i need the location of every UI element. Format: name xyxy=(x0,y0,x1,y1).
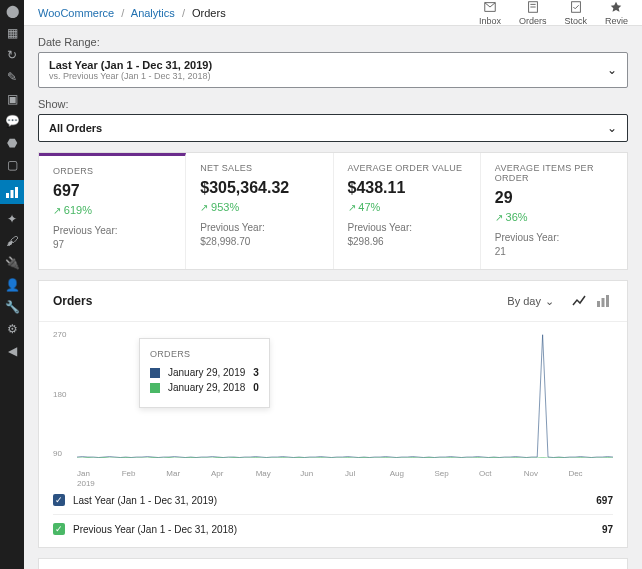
stat-delta: 47% xyxy=(348,201,466,213)
x-axis-year: 2019 xyxy=(77,479,95,488)
stat-value: $438.11 xyxy=(348,179,466,197)
chart-title: Orders xyxy=(53,294,92,308)
stat-delta: 36% xyxy=(495,211,613,223)
chevron-down-icon: ⌄ xyxy=(545,295,554,308)
woo-icon[interactable]: ⬣ xyxy=(5,136,19,150)
admin-sidebar: ⬤ ▦ ↻ ✎ ▣ 💬 ⬣ ▢ ✦ 🖌 🔌 👤 🔧 ⚙ ◀ xyxy=(0,0,24,569)
chevron-down-icon: ⌄ xyxy=(607,63,617,77)
stat-delta: 953% xyxy=(200,201,318,213)
stat-prev-year: Previous Year:21 xyxy=(495,231,613,259)
stat-orders[interactable]: ORDERS 697 619% Previous Year:97 xyxy=(39,153,186,269)
svg-rect-7 xyxy=(597,301,600,307)
show-label: Show: xyxy=(38,98,628,110)
svg-rect-8 xyxy=(602,298,605,307)
stat-prev-year: Previous Year:97 xyxy=(53,224,171,252)
appearance-icon[interactable]: 🖌 xyxy=(5,234,19,248)
analytics-icon[interactable] xyxy=(0,180,24,204)
crumb-analytics[interactable]: Analytics xyxy=(131,7,175,19)
plugins-icon[interactable]: 🔌 xyxy=(5,256,19,270)
topbar-inbox[interactable]: Inbox xyxy=(479,0,501,26)
stat-value: $305,364.32 xyxy=(200,179,318,197)
interval-select[interactable]: By day ⌄ xyxy=(502,292,559,311)
legend-checkbox[interactable]: ✓ xyxy=(53,523,65,535)
settings-icon[interactable]: ⚙ xyxy=(5,322,19,336)
stats-cards: ORDERS 697 619% Previous Year:97NET SALE… xyxy=(38,152,628,270)
line-chart-toggle[interactable] xyxy=(569,291,589,311)
stat-label: AVERAGE ITEMS PER ORDER xyxy=(495,163,613,183)
stat-aipo[interactable]: AVERAGE ITEMS PER ORDER 29 36% Previous … xyxy=(481,153,627,269)
chart-body[interactable]: 27018090 JanFebMarAprMayJunJulAugSepOctN… xyxy=(39,322,627,482)
stat-prev-year: Previous Year:$28,998.70 xyxy=(200,221,318,249)
svg-rect-2 xyxy=(15,187,18,198)
orders-table-card: Orders ☁Download ⋮ Date▾Order #StatusCus… xyxy=(38,558,628,569)
stat-value: 29 xyxy=(495,189,613,207)
chevron-down-icon: ⌄ xyxy=(607,121,617,135)
legend-swatch xyxy=(150,383,160,393)
bar-chart-toggle[interactable] xyxy=(593,291,613,311)
breadcrumb: WooCommerce / Analytics / Orders xyxy=(38,7,479,19)
topbar: WooCommerce / Analytics / Orders Inbox O… xyxy=(24,0,642,26)
stat-aov[interactable]: AVERAGE ORDER VALUE $438.11 47% Previous… xyxy=(334,153,481,269)
topbar-reviews[interactable]: Revie xyxy=(605,0,628,26)
topbar-stock[interactable]: Stock xyxy=(564,0,587,26)
crumb-root[interactable]: WooCommerce xyxy=(38,7,114,19)
stat-netsales[interactable]: NET SALES $305,364.32 953% Previous Year… xyxy=(186,153,333,269)
crumb-leaf: Orders xyxy=(192,7,226,19)
marketing-icon[interactable]: ✦ xyxy=(5,212,19,226)
legend-row[interactable]: ✓Last Year (Jan 1 - Dec 31, 2019)697 xyxy=(53,490,613,515)
show-select[interactable]: All Orders ⌄ xyxy=(38,114,628,142)
tools-icon[interactable]: 🔧 xyxy=(5,300,19,314)
wp-icon[interactable]: ⬤ xyxy=(5,4,19,18)
legend-row[interactable]: ✓Previous Year (Jan 1 - Dec 31, 2018)97 xyxy=(53,519,613,539)
legend-swatch xyxy=(150,368,160,378)
stat-label: AVERAGE ORDER VALUE xyxy=(348,163,466,173)
svg-rect-0 xyxy=(6,193,9,198)
posts-icon[interactable]: ✎ xyxy=(5,70,19,84)
topbar-orders[interactable]: Orders xyxy=(519,0,547,26)
comments-icon[interactable]: 💬 xyxy=(5,114,19,128)
chart-card: Orders By day ⌄ 27018090 JanFebMarAprMay… xyxy=(38,280,628,548)
svg-rect-1 xyxy=(11,190,14,198)
stat-value: 697 xyxy=(53,182,171,200)
svg-rect-6 xyxy=(571,1,580,12)
products-icon[interactable]: ▢ xyxy=(5,158,19,172)
date-range-select[interactable]: Last Year (Jan 1 - Dec 31, 2019) vs. Pre… xyxy=(38,52,628,88)
svg-rect-9 xyxy=(606,295,609,307)
stat-delta: 619% xyxy=(53,204,171,216)
updates-icon[interactable]: ↻ xyxy=(5,48,19,62)
chart-legend: ✓Last Year (Jan 1 - Dec 31, 2019)697✓Pre… xyxy=(39,482,627,547)
stat-label: NET SALES xyxy=(200,163,318,173)
date-range-label: Date Range: xyxy=(38,36,628,48)
legend-checkbox[interactable]: ✓ xyxy=(53,494,65,506)
collapse-icon[interactable]: ◀ xyxy=(5,344,19,358)
media-icon[interactable]: ▣ xyxy=(5,92,19,106)
stat-label: ORDERS xyxy=(53,166,171,176)
dashboard-icon[interactable]: ▦ xyxy=(5,26,19,40)
chart-tooltip: ORDERS January 29, 20193January 29, 2018… xyxy=(139,338,270,408)
stat-prev-year: Previous Year:$298.96 xyxy=(348,221,466,249)
users-icon[interactable]: 👤 xyxy=(5,278,19,292)
